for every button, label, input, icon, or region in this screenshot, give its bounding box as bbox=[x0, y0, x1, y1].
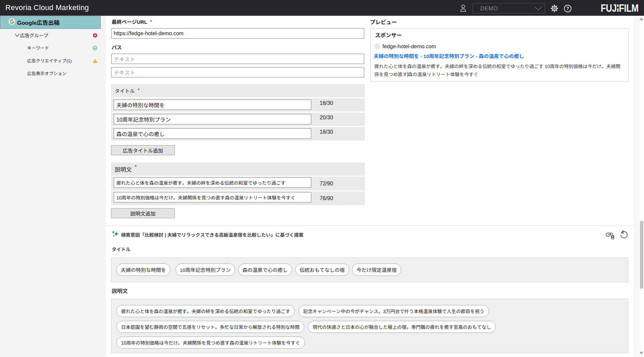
svg-text:?: ? bbox=[566, 6, 569, 11]
